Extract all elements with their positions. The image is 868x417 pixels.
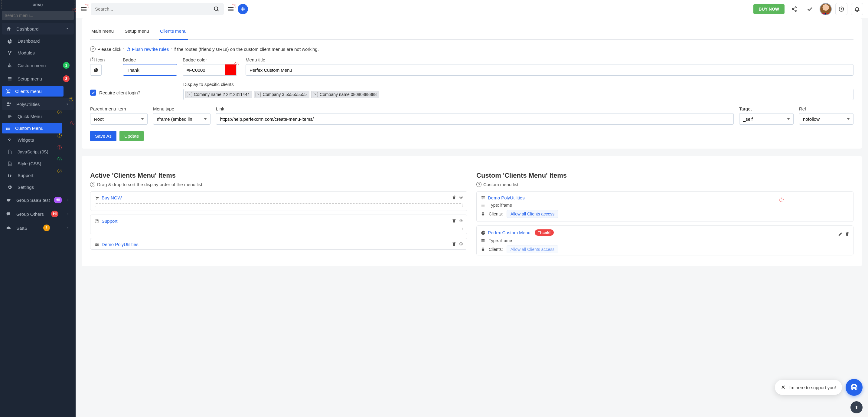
delete-icon[interactable] <box>452 218 456 223</box>
sidebar-item-custom-menu-2[interactable]: Custom Menu ? <box>2 123 62 133</box>
menu-item[interactable]: Support <box>90 214 467 234</box>
remove-tag-icon[interactable]: × <box>255 92 261 97</box>
remove-tag-icon[interactable]: × <box>313 92 318 97</box>
menu-item-link[interactable]: Support <box>102 218 118 224</box>
update-button[interactable]: Update <box>120 131 144 141</box>
type-select[interactable] <box>153 113 211 125</box>
menu-item[interactable]: Demo PolyUtilities <box>90 238 467 250</box>
clients-tags-input[interactable]: ×Comany name 2 2212311444 ×Company 3 555… <box>183 89 854 100</box>
language-flags[interactable]: ★ ? <box>820 13 832 15</box>
buy-now-button[interactable]: BUY NOW <box>753 4 784 14</box>
delete-icon[interactable] <box>452 242 456 246</box>
lock-icon <box>481 247 486 251</box>
list-icon <box>481 238 486 243</box>
icon-picker[interactable] <box>90 64 102 76</box>
sidebar-item-custom-menu[interactable]: Custom menu 1 <box>2 59 74 71</box>
help-icon[interactable]: ? <box>779 198 784 202</box>
rel-select[interactable] <box>799 113 854 125</box>
delete-icon[interactable] <box>452 195 456 200</box>
target-select[interactable] <box>739 113 794 125</box>
scroll-top-button[interactable] <box>850 401 863 413</box>
link-input[interactable] <box>216 113 734 125</box>
sidebar-group-saas[interactable]: SaaS ! <box>2 221 74 234</box>
help-icon[interactable]: ? <box>58 169 62 173</box>
help-icon[interactable]: ? <box>58 145 62 149</box>
menu-toggle[interactable]: ? <box>227 6 234 12</box>
tab-setup-menu[interactable]: Setup menu <box>123 25 150 39</box>
sidebar-item-dashboard[interactable]: Dashboard <box>2 36 74 46</box>
sidebar-group-saas-test[interactable]: Group SaaS test Hii <box>2 194 74 206</box>
sidebar-item-settings[interactable]: Settings <box>2 182 74 192</box>
help-icon[interactable]: ? <box>58 110 62 114</box>
gear-icon[interactable] <box>459 242 463 246</box>
help-icon[interactable]: ? <box>72 8 75 12</box>
allow-button[interactable]: Allow all Clients access <box>506 245 559 253</box>
sidebar-item-setup-menu[interactable]: Setup menu 2 <box>2 72 74 85</box>
svg-point-50 <box>461 244 462 245</box>
save-as-button[interactable]: Save As <box>90 131 117 141</box>
avatar[interactable]: ★ ? <box>819 3 832 15</box>
share-icon[interactable] <box>788 3 800 15</box>
flush-link[interactable]: Flush rewrite rules <box>126 47 169 52</box>
remove-tag-icon[interactable]: × <box>187 92 192 97</box>
menu-item-link[interactable]: Demo PolyUtilities <box>102 242 138 247</box>
close-icon[interactable]: ✕ <box>781 384 785 391</box>
sidebar-group-others[interactable]: Group Others Hi <box>2 208 74 220</box>
sidebar-item-support[interactable]: Support ? <box>2 170 74 181</box>
question-icon[interactable]: ? <box>90 58 95 62</box>
tab-main-menu[interactable]: Main menu <box>90 25 115 39</box>
allow-button[interactable]: Allow all Clients access <box>506 210 559 218</box>
custom-item-link[interactable]: Perfex Custom Menu <box>488 230 530 235</box>
menu-title-input[interactable] <box>246 64 854 76</box>
help-icon[interactable]: ? <box>58 133 62 138</box>
add-button[interactable] <box>238 4 248 14</box>
help-icon[interactable]: ? <box>69 97 73 101</box>
help-icon[interactable]: ? <box>831 11 832 15</box>
search-input[interactable] <box>95 6 214 11</box>
sidebar-item-clients-menu[interactable]: Clients menu <box>2 86 63 96</box>
question-icon[interactable]: ? <box>476 182 482 187</box>
gear-icon[interactable] <box>459 218 463 223</box>
badge-input[interactable] <box>123 64 177 76</box>
support-button[interactable] <box>846 379 863 396</box>
sidebar-item-js[interactable]: JavaScript (JS) ? <box>2 146 74 157</box>
bell-icon[interactable] <box>851 3 863 15</box>
chevron-down-icon <box>65 102 69 106</box>
help-icon[interactable]: ? <box>58 157 62 161</box>
require-login-checkbox[interactable] <box>90 90 96 96</box>
drop-zone[interactable] <box>95 227 463 230</box>
sidebar-group-polyutilities[interactable]: PolyUtilities ? <box>2 98 74 110</box>
sidebar-group-dashboard[interactable]: Dashboard <box>2 23 74 34</box>
search-icon[interactable] <box>214 6 220 12</box>
sidebar-item-css[interactable]: Style (CSS) ? <box>2 158 74 169</box>
question-icon[interactable]: ? <box>90 182 95 187</box>
badge-color-input[interactable] <box>183 64 225 76</box>
custom-item-link[interactable]: Demo PolyUtilities <box>488 195 525 200</box>
drop-zone[interactable] <box>95 203 463 207</box>
help-icon[interactable]: ? <box>85 4 89 8</box>
delete-icon[interactable] <box>845 232 849 236</box>
sidebar-search-input[interactable] <box>2 11 74 20</box>
color-swatch[interactable]: ? <box>225 64 237 76</box>
menu-item-link[interactable]: Buy NOW <box>102 195 122 200</box>
sidebar-item-widgets[interactable]: Widgets ? <box>2 135 74 145</box>
menu-item[interactable]: Buy NOW <box>90 191 467 211</box>
list-icon <box>7 76 14 81</box>
sidebar-item-quick-menu[interactable]: Quick Menu ? <box>2 111 74 122</box>
tab-clients-menu[interactable]: Clients menu <box>159 25 188 40</box>
clock-icon[interactable] <box>835 3 847 15</box>
gear-icon[interactable] <box>459 195 463 200</box>
help-icon[interactable]: ? <box>70 121 74 125</box>
edit-icon[interactable] <box>838 232 843 236</box>
check-icon[interactable] <box>804 3 816 15</box>
question-icon[interactable]: ? <box>90 46 96 52</box>
svg-rect-44 <box>95 243 99 243</box>
global-search[interactable] <box>91 3 224 15</box>
parent-select[interactable] <box>90 113 148 125</box>
badge: 1 <box>63 62 69 69</box>
sidebar-item-modules[interactable]: Modules <box>2 48 74 58</box>
help-icon[interactable]: ? <box>232 4 236 8</box>
help-icon[interactable]: ? <box>235 62 239 66</box>
chevron-left-icon <box>66 198 69 202</box>
sidebar-toggle[interactable]: ? <box>81 6 87 12</box>
